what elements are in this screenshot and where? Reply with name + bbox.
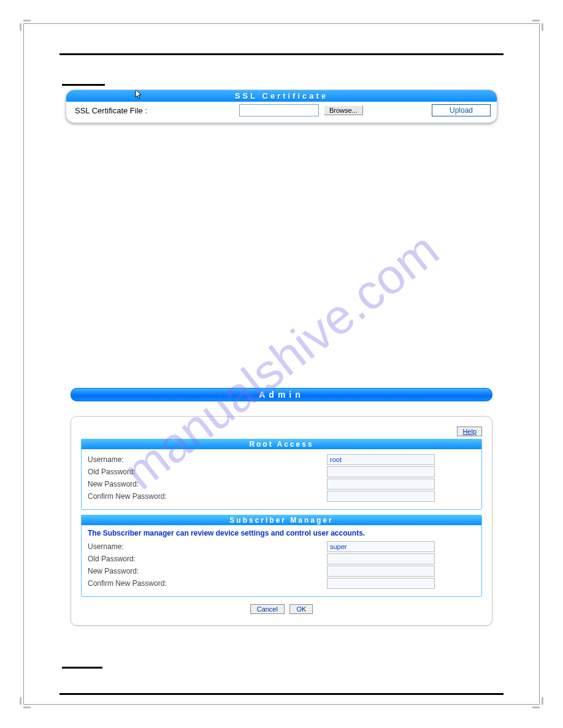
heading-underline (62, 80, 105, 86)
sub-username-label: Username: (88, 542, 327, 551)
ssl-panel-title: SSL Certificate (66, 90, 497, 102)
root-username-label: Username: (88, 455, 327, 464)
ssl-file-label: SSL Certificate File : (75, 106, 234, 115)
root-access-section: Root Access Username: Old Password: New … (81, 439, 482, 510)
root-access-title: Root Access (82, 439, 481, 449)
browse-button[interactable]: Browse... (324, 105, 363, 115)
ssl-certificate-panel: SSL Certificate SSL Certificate File : B… (66, 89, 497, 123)
subscriber-manager-title: Subscriber Manager (82, 515, 481, 525)
sub-username-input[interactable] (327, 541, 435, 552)
root-confirm-password-input[interactable] (327, 491, 435, 502)
sub-new-password-input[interactable] (327, 566, 435, 577)
subscriber-info-text: The Subscriber manager can review device… (88, 529, 475, 537)
root-old-password-input[interactable] (327, 466, 435, 477)
header-rule (59, 53, 504, 55)
root-confirm-password-label: Confirm New Password: (88, 492, 327, 501)
cancel-button[interactable]: Cancel (250, 604, 285, 614)
root-username-input[interactable] (327, 454, 435, 465)
upload-button[interactable]: Upload (432, 104, 491, 116)
root-new-password-label: New Password: (88, 480, 327, 488)
sub-confirm-password-input[interactable] (327, 578, 435, 589)
help-button[interactable]: Help (457, 427, 482, 436)
sub-new-password-label: New Password: (88, 567, 327, 575)
sub-confirm-password-label: Confirm New Password: (88, 579, 327, 588)
footer-rule (59, 693, 504, 695)
ssl-file-input[interactable] (239, 104, 319, 116)
sub-old-password-input[interactable] (327, 553, 435, 564)
sub-old-password-label: Old Password: (88, 555, 327, 563)
root-old-password-label: Old Password: (88, 468, 327, 476)
ok-button[interactable]: OK (289, 604, 313, 614)
subscriber-manager-section: Subscriber Manager The Subscriber manage… (81, 515, 482, 597)
admin-title-bar: Admin (71, 388, 492, 401)
page-frame: manualshive.com SSL Certificate SSL Cert… (23, 23, 540, 705)
admin-card: Help Root Access Username: Old Password: (71, 416, 492, 626)
root-new-password-input[interactable] (327, 479, 435, 490)
footer-heading-underline (62, 662, 102, 669)
